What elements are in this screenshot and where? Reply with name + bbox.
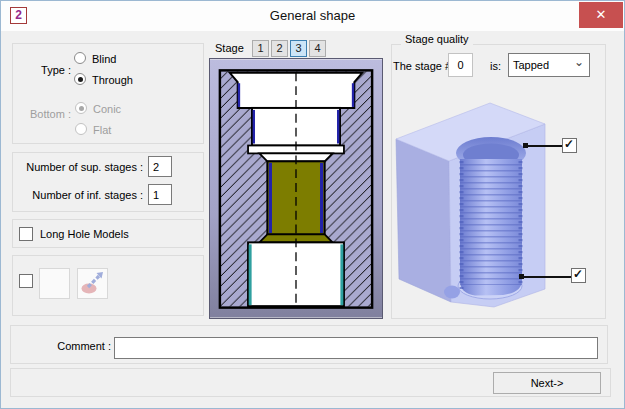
callout-bottom-line [524, 276, 571, 278]
stage-button-3[interactable]: 3 [290, 40, 307, 57]
radio-through[interactable] [74, 73, 86, 85]
type-label: Type : [26, 64, 71, 76]
dialog-general-shape: 2 General shape ✕ Type : Blind Through B… [0, 0, 625, 409]
long-hole-label[interactable]: Long Hole Models [40, 228, 129, 240]
close-icon[interactable]: ✕ [579, 2, 623, 28]
color-picker-button[interactable] [77, 268, 108, 299]
eyedropper-icon [78, 269, 107, 298]
inf-stages-label: Number of inf. stages : [19, 189, 143, 201]
thread-bottom-checkbox[interactable]: ✓ [571, 268, 586, 283]
comment-label: Comment : [31, 340, 111, 352]
check-icon: ✓ [564, 137, 574, 151]
stage-2-cavity [252, 108, 340, 146]
stage-quality-group-label: Stage quality [401, 33, 473, 45]
is-label: is: [490, 60, 501, 72]
chevron-down-icon[interactable]: ⌄ [574, 51, 584, 73]
quality-dropdown-value: Tapped [513, 59, 549, 71]
exit-notch [444, 286, 460, 299]
inf-stages-input[interactable] [148, 184, 172, 205]
color-checkbox[interactable] [19, 274, 33, 288]
titlebar: 2 General shape ✕ [1, 1, 624, 31]
color-swatch-button[interactable] [39, 268, 70, 299]
next-button[interactable]: Next-> [493, 372, 601, 394]
stage-number-prefix-label: The stage # [393, 60, 451, 72]
thread-top-checkbox[interactable]: ✓ [562, 138, 577, 153]
stage-number-field[interactable] [448, 53, 473, 77]
radio-flat-label: Flat [93, 124, 111, 136]
sup-stages-label: Number of sup. stages : [19, 161, 143, 173]
block-left-face [396, 139, 451, 302]
long-hole-checkbox[interactable] [19, 227, 33, 241]
radio-through-label[interactable]: Through [92, 74, 133, 86]
bottom-label: Bottom : [15, 108, 71, 120]
sup-stages-input[interactable] [148, 156, 172, 177]
radio-blind-label[interactable]: Blind [92, 53, 116, 65]
radio-flat [75, 123, 87, 135]
cross-section-drawing [210, 59, 382, 318]
comment-input[interactable] [114, 337, 598, 359]
radio-conic-label: Conic [93, 103, 121, 115]
stage-button-2[interactable]: 2 [271, 40, 288, 57]
threaded-bore [460, 159, 522, 296]
quality-dropdown[interactable]: Tapped ⌄ [508, 53, 590, 77]
stage-button-1[interactable]: 1 [252, 40, 269, 57]
model-3d-preview [394, 89, 549, 321]
radio-conic [75, 102, 87, 114]
cross-section-panel [209, 58, 383, 319]
radio-blind[interactable] [74, 52, 86, 64]
stage-button-4[interactable]: 4 [309, 40, 326, 57]
callout-top-line [528, 145, 562, 147]
dialog-title: General shape [1, 8, 624, 23]
stage-selector-label: Stage [215, 42, 244, 54]
check-icon: ✓ [573, 267, 583, 281]
